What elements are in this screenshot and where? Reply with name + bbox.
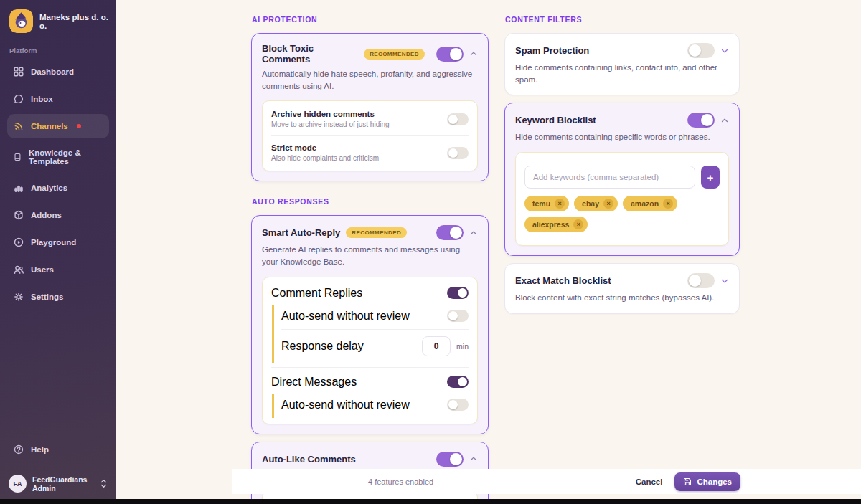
keyword-tag: ebay × [574, 196, 618, 211]
dashboard-grid-icon [14, 67, 24, 77]
footer-bar: 4 features enabled Cancel Changes [232, 469, 861, 494]
response-delay-input[interactable] [422, 336, 451, 356]
sidebar-item-label: Channels [31, 122, 68, 130]
feature-title: Smart Auto-Reply [262, 227, 340, 238]
card-smart-auto-reply: Smart Auto-Reply Recommended Generate AI… [251, 215, 489, 434]
keyword-tag: amazon × [623, 196, 677, 211]
direct-messages-subgroup: Auto-send without review [272, 394, 469, 418]
exact-match-toggle[interactable] [687, 273, 715, 288]
option-auto-send: Auto-send without review [281, 394, 469, 418]
remove-keyword-icon[interactable]: × [603, 199, 613, 209]
remove-keyword-icon[interactable]: × [555, 199, 565, 209]
auto-send-toggle[interactable] [447, 399, 469, 411]
sidebar-item-settings[interactable]: Settings [7, 285, 109, 309]
account-name: FeedGuardians Admin [32, 475, 94, 493]
auto-send-toggle[interactable] [447, 310, 469, 322]
feature-title: Spam Protection [515, 45, 589, 56]
strict-mode-toggle[interactable] [447, 147, 469, 159]
feature-title: Keyword Blocklist [515, 115, 596, 125]
card-block-toxic-comments: Block Toxic Comments Recommended Automat… [251, 33, 489, 181]
sidebar-item-playground[interactable]: Playground [7, 230, 109, 255]
chevron-down-icon [720, 47, 729, 55]
option-direct-messages: Direct Messages [271, 368, 469, 394]
option-title: Auto-send without review [281, 399, 410, 412]
org-name: Maneks plus d. o. o. [39, 13, 109, 30]
expand-card-button[interactable] [720, 47, 729, 55]
smart-auto-reply-toggle[interactable] [436, 225, 464, 240]
package-icon [14, 210, 24, 220]
broadcast-icon [14, 121, 24, 131]
cancel-button[interactable]: Cancel [636, 477, 663, 486]
chevron-up-icon [469, 49, 478, 58]
comment-replies-toggle[interactable] [447, 287, 469, 299]
feature-title: Block Toxic Comments [262, 43, 358, 65]
sidebar-item-label: Analytics [31, 184, 67, 192]
spam-protection-toggle[interactable] [687, 43, 715, 58]
card-exact-match-blocklist: Exact Match Blocklist Block content with… [504, 263, 740, 314]
option-response-delay: Response delay min [281, 330, 469, 363]
sidebar-item-label: Settings [31, 293, 63, 301]
remove-keyword-icon[interactable]: × [573, 219, 583, 229]
sidebar-item-label: Dashboard [31, 67, 74, 76]
users-icon [14, 265, 24, 275]
keywords-input[interactable] [524, 166, 695, 189]
chevron-up-icon [469, 455, 478, 463]
collapse-card-button[interactable] [469, 455, 478, 463]
option-archive-hidden-comments: Archive hidden comments Move to archive … [271, 103, 469, 135]
app-logo-icon [9, 9, 33, 33]
sidebar-item-dashboard[interactable]: Dashboard [7, 60, 109, 84]
notification-dot [77, 124, 81, 128]
sidebar-item-label: Inbox [31, 95, 53, 103]
feature-description: Generate AI replies to comments and mess… [262, 244, 474, 267]
chevron-up-icon [469, 229, 478, 237]
archive-toggle[interactable] [447, 113, 469, 125]
option-title: Auto-send without review [281, 310, 410, 323]
expand-card-button[interactable] [720, 277, 729, 285]
collapse-card-button[interactable] [720, 116, 729, 125]
sidebar: Maneks plus d. o. o. Platform Dashboard … [0, 0, 116, 504]
sidebar-item-knowledge-templates[interactable]: Knowledge & Templates [7, 141, 109, 173]
org-switcher[interactable]: Maneks plus d. o. o. [7, 9, 109, 33]
sidebar-item-analytics[interactable]: Analytics [7, 176, 109, 200]
chat-bubble-icon [14, 94, 24, 104]
add-keyword-button[interactable]: + [701, 166, 720, 189]
sidebar-item-channels[interactable]: Channels [7, 114, 109, 138]
book-icon [14, 152, 22, 162]
save-changes-button[interactable]: Changes [674, 472, 740, 491]
option-title: Direct Messages [271, 376, 357, 389]
main-content: AI Protection Block Toxic Comments Recom… [116, 0, 861, 499]
help-icon [14, 444, 24, 455]
card-spam-protection: Spam Protection Hide comments containing… [504, 33, 740, 95]
keyword-tag-label: temu [532, 199, 550, 208]
collapse-card-button[interactable] [469, 49, 478, 58]
option-title: Comment Replies [271, 287, 362, 300]
keyword-tag-label: aliexpress [532, 220, 569, 229]
option-strict-mode: Strict mode Also hide complaints and cri… [271, 136, 469, 169]
collapse-card-button[interactable] [469, 229, 478, 237]
recommended-badge: Recommended [346, 227, 407, 238]
feature-description: Block content with exact string matches … [515, 292, 729, 304]
keyword-tag: aliexpress × [524, 217, 588, 232]
save-icon [683, 477, 692, 486]
keyword-tag: temu × [524, 196, 569, 211]
sidebar-item-label: Addons [31, 211, 62, 219]
keyword-blocklist-toggle[interactable] [687, 113, 715, 128]
section-ai-protection: AI Protection [252, 15, 489, 24]
remove-keyword-icon[interactable]: × [663, 199, 673, 209]
keyword-blocklist-panel: + temu × ebay × amazon × [515, 152, 729, 246]
sidebar-item-addons[interactable]: Addons [7, 203, 109, 227]
auto-like-toggle[interactable] [436, 452, 464, 467]
option-subtitle: Move to archive instead of just hiding [271, 120, 390, 128]
section-auto-responses: Auto Responses [252, 197, 489, 206]
comment-replies-subgroup: Auto-send without review Response delay … [272, 305, 469, 363]
sidebar-item-label: Playground [31, 238, 76, 247]
sidebar-item-users[interactable]: Users [7, 257, 109, 282]
sidebar-item-label: Knowledge & Templates [29, 148, 103, 166]
feature-title: Auto-Like Comments [262, 454, 356, 465]
sidebar-item-inbox[interactable]: Inbox [7, 87, 109, 111]
direct-messages-toggle[interactable] [447, 376, 469, 388]
block-toxic-toggle[interactable] [436, 47, 464, 62]
help-button[interactable]: Help [7, 437, 109, 462]
account-switcher[interactable]: FA FeedGuardians Admin [7, 472, 109, 495]
screen-bottom-strip [0, 499, 861, 504]
